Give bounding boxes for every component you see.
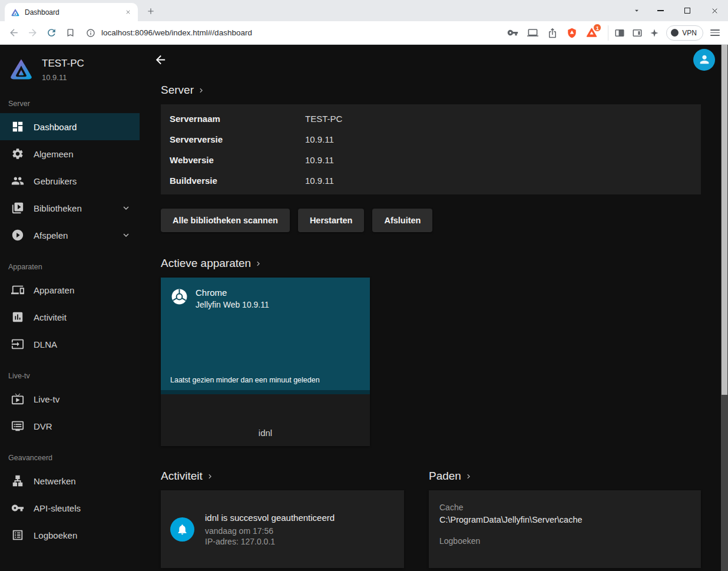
back-button[interactable] [154,53,167,67]
leo-sparkle-icon[interactable] [650,28,659,38]
device-name: Chrome [196,288,269,298]
session-info-area: Chrome Jellyfin Web 10.9.11 Laatst gezie… [161,278,370,390]
tab-search-chevron-icon[interactable] [627,0,647,21]
info-row-servernaam: Servernaam TEST-PC [161,108,701,129]
sidebar-item-bibliotheken[interactable]: Bibliotheken [0,194,140,222]
chrome-icon [170,288,188,306]
restart-button[interactable]: Herstarten [298,209,365,232]
logs-icon [11,529,24,542]
scrollbar-thumb[interactable] [722,45,727,395]
sidebar-item-label: API-sleutels [34,503,81,513]
dashboard-icon [11,120,24,133]
shutdown-button[interactable]: Afsluiten [372,209,432,232]
activity-section-link[interactable]: Activiteit [161,470,214,483]
share-icon[interactable] [547,28,558,38]
info-row-buildversie: Buildversie 10.9.11 [161,170,701,191]
sidebar-item-apparaten[interactable]: Apparaten [0,276,140,303]
sidebar-item-label: Apparaten [34,285,74,295]
sidebar-item-label: DVR [34,421,52,431]
rewards-badge: 1 [593,24,601,32]
path-value: C:\ProgramData\Jellyfin\Server\cache [439,515,690,524]
bookmark-icon[interactable] [61,24,79,42]
sidebar-item-label: Live-tv [34,394,59,404]
sidebar-item-live-tv[interactable]: Live-tv [0,385,140,412]
activity-message: idnl is succesvol geauthenticeerd [205,513,335,523]
dlna-icon [11,338,24,351]
sidebar-item-gebruikers[interactable]: Gebruikers [0,167,140,194]
window-close-button[interactable] [701,0,728,21]
active-devices-section-link[interactable]: Actieve apparaten [161,257,263,270]
sidebar-item-netwerken[interactable]: Netwerken [0,467,140,494]
sidebar-item-label: Bibliotheken [34,203,82,213]
person-icon [698,53,711,66]
info-value: 10.9.11 [305,134,334,144]
vpn-button[interactable]: VPN [666,25,703,41]
sidebar-item-algemeen[interactable]: Algemeen [0,140,140,167]
active-devices-title: Actieve apparaten [161,257,251,270]
session-user: idnl [161,428,370,438]
paths-card: Cache C:\ProgramData\Jellyfin\Server\cac… [429,490,701,568]
activity-card[interactable]: idnl is succesvol geauthenticeerd vandaa… [161,490,404,568]
play-circle-icon [11,229,24,242]
key-icon [11,501,24,514]
back-nav-icon[interactable] [5,24,22,42]
url-text[interactable]: localhost:8096/web/index.html#/dashboard [101,28,252,37]
scan-libraries-button[interactable]: Alle bibliotheken scannen [161,209,290,232]
window-minimize-button[interactable] [647,0,674,21]
network-icon [11,474,24,487]
info-row-serverversie: Serverversie 10.9.11 [161,129,701,150]
address-bar[interactable]: localhost:8096/web/index.html#/dashboard… [80,23,607,43]
server-actions: Alle bibliotheken scannen Herstarten Afs… [161,209,701,232]
sidebar-item-afspelen[interactable]: Afspelen [0,222,140,249]
activity-title: Activiteit [161,470,203,483]
browser-tab[interactable]: Dashboard [5,3,138,21]
gear-icon [11,147,24,160]
brave-shield-icon[interactable] [567,28,577,38]
sidebar: TEST-PC 10.9.11 Server Dashboard Algemee… [0,45,140,571]
chevron-right-icon [206,472,214,481]
info-value: TEST-PC [305,114,342,124]
send-to-devices-icon[interactable] [527,27,538,38]
window-maximize-button[interactable] [674,0,701,21]
browser-tab-strip: Dashboard [0,0,728,21]
passwords-key-icon[interactable] [507,27,518,38]
sidebar-toggle-icon[interactable] [614,28,625,38]
section-label-geavanceerd: Geavanceerd [0,440,140,467]
reading-panel-icon[interactable] [632,28,643,38]
tab-close-icon[interactable] [123,7,133,18]
sidebar-item-logboeken[interactable]: Logboeken [0,522,140,549]
server-header: TEST-PC 10.9.11 [0,45,140,85]
activity-time: vandaag om 17:56 [205,526,335,536]
sidebar-item-dlna[interactable]: DLNA [0,331,140,358]
sidebar-item-label: Dashboard [34,122,77,132]
server-section-link[interactable]: Server [161,84,206,97]
section-label-apparaten: Apparaten [0,249,140,276]
chevron-down-icon[interactable] [121,203,131,213]
server-section-title: Server [161,84,194,97]
site-info-icon[interactable] [86,28,95,38]
section-label-live-tv: Live-tv [0,358,140,385]
info-label: Servernaam [170,114,305,124]
jellyfin-app: TEST-PC 10.9.11 Server Dashboard Algemee… [0,45,728,571]
sidebar-item-dashboard[interactable]: Dashboard [0,113,140,140]
user-avatar[interactable] [693,49,715,71]
sidebar-item-label: Gebruikers [34,176,77,186]
new-tab-button[interactable] [144,4,158,18]
paths-section-link[interactable]: Paden [429,470,473,483]
menu-icon[interactable] [710,29,720,36]
device-client: Jellyfin Web 10.9.11 [196,300,269,309]
reload-icon[interactable] [42,24,60,42]
sidebar-item-activiteit[interactable]: Activiteit [0,303,140,331]
sidebar-item-api-sleutels[interactable]: API-sleutels [0,494,140,522]
forward-nav-icon[interactable] [24,24,41,42]
sidebar-item-label: Algemeen [34,149,74,159]
chevron-down-icon[interactable] [121,230,131,240]
sidebar-item-label: Afspelen [34,230,68,240]
active-device-card[interactable]: Chrome Jellyfin Web 10.9.11 Laatst gezie… [161,278,370,446]
chevron-right-icon [254,259,263,268]
sidebar-item-dvr[interactable]: DVR [0,412,140,440]
brave-rewards-icon[interactable]: 1 [586,27,597,38]
page-scrollbar[interactable] [721,45,728,571]
server-info-card: Servernaam TEST-PC Serverversie 10.9.11 … [161,104,701,194]
library-icon [11,202,24,214]
